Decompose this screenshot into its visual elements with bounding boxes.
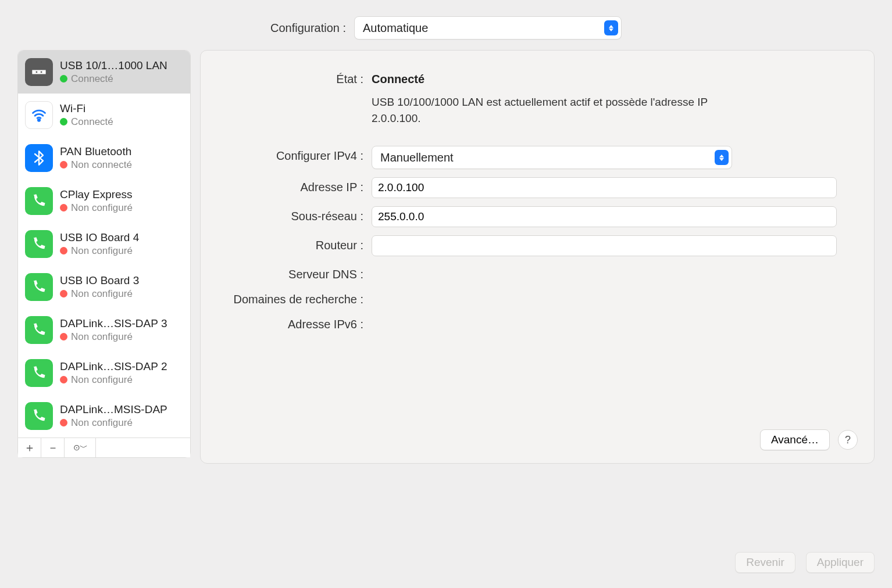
bluetooth-icon	[25, 144, 53, 172]
dns-value	[372, 264, 837, 268]
configuration-select[interactable]: Automatique	[354, 16, 622, 40]
search-domains-value	[372, 289, 837, 293]
sidebar-item-2[interactable]: PAN BluetoothNon connecté	[18, 137, 190, 180]
ip-address-label: Adresse IP :	[224, 177, 363, 194]
state-value: Connecté	[372, 69, 837, 86]
chevron-up-down-icon	[715, 150, 729, 165]
sidebar-item-4[interactable]: USB IO Board 4Non configuré	[18, 223, 190, 266]
sidebar-item-status: Connecté	[71, 116, 113, 128]
sidebar-item-status: Connecté	[71, 73, 113, 85]
apply-button[interactable]: Appliquer	[806, 552, 875, 573]
sidebar-item-label: USB 10/1…1000 LAN	[60, 59, 167, 72]
ellipsis-icon: ⊙﹀	[73, 443, 87, 453]
state-label: État :	[224, 69, 363, 86]
advanced-button[interactable]: Avancé…	[760, 429, 830, 450]
configuration-label: Configuration :	[270, 21, 346, 35]
phone-icon	[25, 359, 53, 387]
router-field[interactable]	[372, 235, 837, 256]
phone-icon	[25, 316, 53, 344]
configure-ipv4-label: Configurer IPv4 :	[224, 146, 363, 163]
search-domains-label: Domaines de recherche :	[224, 289, 363, 306]
toolbar-filler	[96, 438, 190, 457]
subnet-label: Sous-réseau :	[224, 206, 363, 223]
phone-icon	[25, 230, 53, 258]
phone-icon	[25, 187, 53, 215]
sidebar-item-label: DAPLink…SIS-DAP 3	[60, 317, 167, 330]
status-dot	[60, 290, 67, 297]
status-dot	[60, 204, 67, 211]
sidebar-item-1[interactable]: Wi-FiConnecté	[18, 94, 190, 137]
sidebar-item-status: Non configuré	[71, 288, 133, 300]
sidebar-item-status: Non configuré	[71, 202, 133, 214]
question-icon: ?	[845, 434, 851, 446]
sidebar-item-label: PAN Bluetooth	[60, 145, 132, 158]
ethernet-icon	[25, 58, 53, 86]
sidebar-item-6[interactable]: DAPLink…SIS-DAP 3Non configuré	[18, 309, 190, 352]
configure-ipv4-value: Manuellement	[380, 151, 454, 164]
ipv6-address-label: Adresse IPv6 :	[224, 314, 363, 331]
state-description: USB 10/100/1000 LAN est actuellement act…	[372, 94, 744, 126]
sidebar-item-label: DAPLink…MSIS-DAP	[60, 403, 167, 416]
sidebar-item-status: Non configuré	[71, 245, 133, 257]
phone-icon	[25, 273, 53, 301]
help-button[interactable]: ?	[838, 430, 858, 450]
sidebar-item-status: Non configuré	[71, 417, 133, 429]
ip-address-field[interactable]	[372, 177, 837, 198]
status-dot	[60, 333, 67, 340]
phone-icon	[25, 402, 53, 430]
revert-button[interactable]: Revenir	[735, 552, 795, 573]
sidebar-toolbar: ＋ － ⊙﹀	[17, 438, 191, 458]
sidebar-item-3[interactable]: CPlay ExpressNon configuré	[18, 180, 190, 223]
remove-service-button[interactable]: －	[41, 438, 65, 457]
sidebar-item-status: Non configuré	[71, 374, 133, 386]
sidebar-item-0[interactable]: USB 10/1…1000 LANConnecté	[18, 51, 190, 94]
sidebar-item-label: CPlay Express	[60, 188, 133, 201]
more-actions-button[interactable]: ⊙﹀	[65, 438, 96, 457]
dns-label: Serveur DNS :	[224, 264, 363, 281]
sidebar-item-status: Non connecté	[71, 159, 132, 171]
router-label: Routeur :	[224, 235, 363, 252]
detail-panel: État : Connecté USB 10/100/1000 LAN est …	[200, 50, 875, 464]
svg-point-3	[38, 119, 40, 121]
minus-icon: －	[47, 440, 59, 456]
configure-ipv4-select[interactable]: Manuellement	[372, 146, 732, 169]
sidebar-item-label: DAPLink…SIS-DAP 2	[60, 360, 167, 373]
sidebar-item-5[interactable]: USB IO Board 3Non configuré	[18, 266, 190, 309]
sidebar-item-status: Non configuré	[71, 331, 133, 343]
status-dot	[60, 161, 67, 168]
network-services-list: USB 10/1…1000 LANConnectéWi-FiConnectéPA…	[17, 50, 191, 438]
status-dot	[60, 419, 67, 426]
chevron-up-down-icon	[604, 20, 618, 35]
status-dot	[60, 75, 67, 83]
ipv6-address-value	[372, 314, 837, 318]
add-service-button[interactable]: ＋	[18, 438, 41, 457]
configuration-select-value: Automatique	[363, 21, 428, 35]
wifi-icon	[25, 101, 53, 129]
status-dot	[60, 247, 67, 254]
sidebar-item-8[interactable]: DAPLink…MSIS-DAPNon configuré	[18, 395, 190, 438]
network-services-sidebar: USB 10/1…1000 LANConnectéWi-FiConnectéPA…	[17, 50, 191, 464]
sidebar-item-label: USB IO Board 3	[60, 274, 139, 287]
sidebar-item-label: USB IO Board 4	[60, 231, 139, 244]
status-dot	[60, 118, 67, 126]
subnet-field[interactable]	[372, 206, 837, 227]
status-dot	[60, 376, 67, 383]
sidebar-item-7[interactable]: DAPLink…SIS-DAP 2Non configuré	[18, 352, 190, 395]
sidebar-item-label: Wi-Fi	[60, 102, 113, 115]
plus-icon: ＋	[24, 440, 35, 456]
